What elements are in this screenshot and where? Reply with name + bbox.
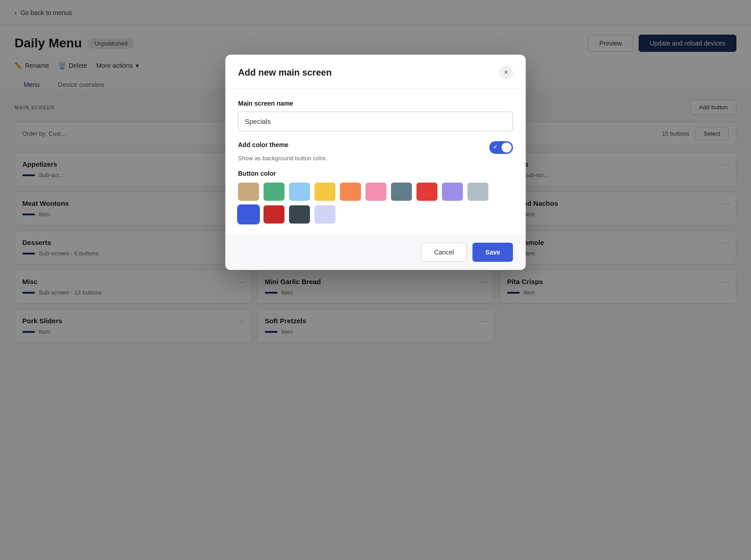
modal-overlay: Add new main screen × Main screen name A… [0, 0, 751, 560]
color-swatch-gray_light[interactable] [467, 183, 488, 201]
color-swatch-blue_selected[interactable] [238, 205, 259, 224]
toggle-thumb [502, 143, 512, 153]
modal-close-button[interactable]: × [499, 66, 513, 79]
color-swatch-yellow[interactable] [315, 183, 335, 201]
color-swatch-pink[interactable] [365, 183, 386, 201]
color-swatch-pale_lavender[interactable] [315, 205, 335, 224]
color-swatch-green[interactable] [264, 183, 284, 201]
color-theme-row: Add color theme Show as background butto… [238, 141, 513, 162]
color-swatch-red_dark[interactable] [264, 205, 284, 224]
color-swatch-tan[interactable] [238, 183, 259, 201]
name-input[interactable] [238, 112, 513, 131]
color-swatch-orange[interactable] [340, 183, 361, 201]
modal: Add new main screen × Main screen name A… [225, 55, 526, 270]
modal-body: Main screen name Add color theme Show as… [225, 89, 526, 234]
modal-footer: Cancel Save [225, 234, 526, 270]
color-theme-desc: Show as background button color. [238, 155, 327, 162]
color-theme-left: Add color theme Show as background butto… [238, 141, 327, 162]
toggle-track: ✓ [489, 141, 513, 154]
color-swatch-red_medium[interactable] [416, 183, 437, 201]
toggle-check-icon: ✓ [493, 144, 497, 150]
color-theme-label: Add color theme [238, 141, 327, 148]
color-swatch-gray_dark[interactable] [391, 183, 412, 201]
name-field-label: Main screen name [238, 100, 513, 107]
save-button[interactable]: Save [472, 243, 513, 262]
color-theme-toggle[interactable]: ✓ [489, 141, 513, 154]
button-color-label: Button color [238, 170, 513, 177]
color-swatch-lavender[interactable] [442, 183, 463, 201]
color-swatch-charcoal[interactable] [289, 205, 310, 224]
modal-title: Add new main screen [238, 67, 332, 78]
modal-header: Add new main screen × [225, 55, 526, 89]
color-swatches [238, 183, 513, 224]
cancel-button[interactable]: Cancel [421, 243, 467, 262]
color-swatch-light_blue[interactable] [289, 183, 310, 201]
button-color-section: Button color [238, 170, 513, 224]
